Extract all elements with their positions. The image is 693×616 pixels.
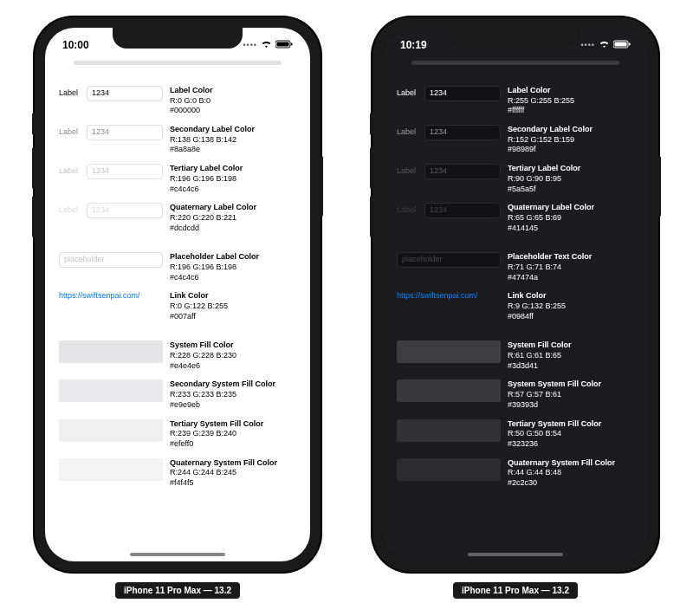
text-field[interactable]: 1234 [87, 125, 163, 140]
color-info: Tertiary System Fill ColorR:239 G:239 B:… [170, 419, 263, 450]
color-info: Tertiary System Fill ColorR:50 G:50 B:54… [508, 419, 601, 450]
color-info: Tertiary Label ColorR:90 G:90 B:95#5a5a5… [508, 164, 580, 194]
notch [450, 28, 580, 49]
screen-light: 10:00 •••• Label1234Label ColorR:0 G:0 B… [45, 28, 310, 561]
wifi-icon [599, 39, 610, 51]
notch [113, 28, 243, 49]
battery-icon [613, 39, 631, 51]
text-field[interactable]: 1234 [424, 164, 501, 179]
text-field[interactable]: 1234 [87, 203, 163, 218]
row-label-color: Label1234Tertiary Label ColorR:90 G:90 B… [397, 164, 634, 194]
text-field[interactable]: 1234 [424, 86, 501, 101]
row-label-color: Label1234Secondary Label ColorR:138 G:13… [59, 125, 296, 155]
color-info: Tertiary Label ColorR:196 G:196 B:198#c4… [170, 164, 243, 194]
row-fill-color: System System Fill ColorR:57 G:57 B:61#3… [397, 379, 634, 410]
placeholder-field[interactable]: placeholder [59, 252, 163, 268]
color-swatch [59, 458, 163, 481]
row-label-color: Label1234Quaternary Label ColorR:220 G:2… [59, 203, 296, 233]
cellular-icon: •••• [580, 41, 595, 49]
phone-dark: 10:19 •••• Label1234Label ColorR:255 G:2… [372, 17, 658, 616]
clock: 10:00 [62, 39, 89, 51]
link-text[interactable]: https://swiftsenpai.com/ [59, 291, 163, 302]
color-info: Label ColorR:0 G:0 B:0#000000 [170, 86, 213, 116]
svg-rect-5 [629, 43, 631, 46]
row-fill-color: System Fill ColorR:228 G:228 B:230#e4e4e… [59, 340, 296, 371]
text-field[interactable]: 1234 [87, 86, 163, 101]
content-light: Label1234Label ColorR:0 G:0 B:0#000000La… [45, 65, 310, 489]
device-caption: iPhone 11 Pro Max — 13.2 [453, 582, 578, 599]
row-fill-color: Quaternary System Fill ColorR:244 G:244 … [59, 458, 296, 489]
color-swatch [397, 458, 501, 481]
device-frame: 10:00 •••• Label1234Label ColorR:0 G:0 B… [35, 17, 321, 572]
screen-dark: 10:19 •••• Label1234Label ColorR:255 G:2… [383, 28, 648, 561]
text-field[interactable]: 1234 [424, 203, 501, 218]
color-info: Quaternary Label ColorR:65 G:65 B:69#414… [508, 203, 594, 233]
color-info: Secondary Label ColorR:138 G:138 B:142#8… [170, 125, 255, 155]
color-info: Quaternary Label ColorR:220 G:220 B:221#… [170, 203, 256, 233]
color-info: Link Color R:0 G:122 B:255 #007aff [170, 291, 228, 321]
row-placeholder: placeholder Placeholder Label Color R:19… [59, 252, 296, 282]
svg-rect-1 [277, 42, 289, 47]
label-text: Label [397, 205, 421, 216]
svg-rect-4 [615, 42, 627, 47]
content-dark: Label1234Label ColorR:255 G:255 B:255#ff… [383, 65, 648, 489]
label-text: Label [59, 205, 83, 216]
battery-icon [275, 39, 293, 51]
row-label-color: Label1234Quaternary Label ColorR:65 G:65… [397, 203, 634, 233]
placeholder-field[interactable]: placeholder [397, 252, 501, 268]
row-fill-color: Secondary System Fill ColorR:233 G:233 B… [59, 379, 296, 410]
svg-rect-2 [291, 43, 293, 46]
color-swatch [397, 419, 501, 442]
status-icons: •••• [580, 39, 631, 51]
label-text: Label [59, 127, 83, 138]
home-indicator [130, 553, 225, 556]
color-info: System Fill ColorR:228 G:228 B:230#e4e4e… [170, 340, 236, 371]
label-text: Label [59, 166, 83, 177]
row-label-color: Label1234Label ColorR:0 G:0 B:0#000000 [59, 86, 296, 116]
color-info: Label ColorR:255 G:255 B:255#ffffff [508, 86, 574, 116]
row-label-color: Label1234Tertiary Label ColorR:196 G:196… [59, 164, 296, 194]
color-swatch [59, 340, 163, 363]
color-swatch [59, 419, 163, 442]
clock: 10:19 [400, 39, 427, 51]
color-info: Quaternary System Fill ColorR:44 G:44 B:… [508, 458, 615, 489]
color-swatch [59, 379, 163, 402]
row-fill-color: System Fill ColorR:61 G:61 B:65#3d3d41 [397, 340, 634, 371]
label-text: Label [397, 88, 421, 99]
row-link: https://swiftsenpai.com/ Link Color R:0 … [59, 291, 296, 321]
label-text: Label [397, 127, 421, 138]
text-field[interactable]: 1234 [424, 125, 501, 140]
phone-light: 10:00 •••• Label1234Label ColorR:0 G:0 B… [35, 17, 321, 616]
wifi-icon [261, 39, 272, 51]
device-caption: iPhone 11 Pro Max — 13.2 [115, 582, 240, 599]
color-info: Secondary System Fill ColorR:233 G:233 B… [170, 379, 275, 410]
row-fill-color: Quaternary System Fill ColorR:44 G:44 B:… [397, 458, 634, 489]
row-label-color: Label1234Secondary Label ColorR:152 G:15… [397, 125, 634, 155]
label-text: Label [59, 88, 83, 99]
cellular-icon: •••• [243, 41, 257, 49]
color-info: Link Color R:9 G:132 B:255 #0984ff [508, 291, 566, 321]
row-fill-color: Tertiary System Fill ColorR:50 G:50 B:54… [397, 419, 634, 450]
label-text: Label [397, 166, 421, 177]
link-text[interactable]: https://swiftsenpai.com/ [397, 291, 501, 302]
text-field[interactable]: 1234 [87, 164, 163, 179]
color-info: Quaternary System Fill ColorR:244 G:244 … [170, 458, 277, 489]
color-info: System System Fill ColorR:57 G:57 B:61#3… [508, 379, 601, 410]
device-frame: 10:19 •••• Label1234Label ColorR:255 G:2… [372, 17, 658, 572]
status-icons: •••• [243, 39, 293, 51]
row-fill-color: Tertiary System Fill ColorR:239 G:239 B:… [59, 419, 296, 450]
home-indicator [468, 553, 563, 556]
color-swatch [397, 379, 501, 402]
row-link: https://swiftsenpai.com/ Link Color R:9 … [397, 291, 634, 321]
row-label-color: Label1234Label ColorR:255 G:255 B:255#ff… [397, 86, 634, 116]
color-info: System Fill ColorR:61 G:61 B:65#3d3d41 [508, 340, 572, 371]
color-info: Secondary Label ColorR:152 G:152 B:159#9… [508, 125, 593, 155]
row-placeholder: placeholder Placeholder Text Color R:71 … [397, 252, 634, 282]
color-info: Placeholder Text Color R:71 G:71 B:74 #4… [508, 252, 592, 282]
color-info: Placeholder Label Color R:196 G:196 B:19… [170, 252, 259, 282]
color-swatch [397, 340, 501, 363]
